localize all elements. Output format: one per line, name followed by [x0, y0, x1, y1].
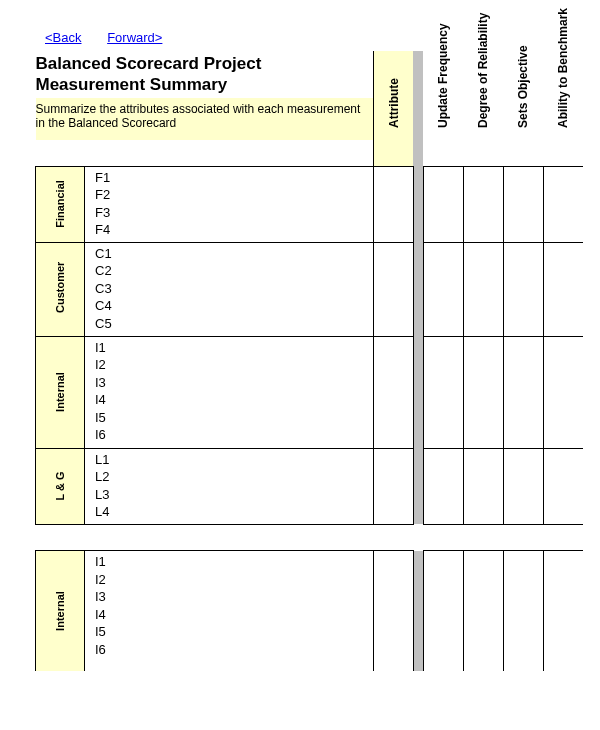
list-item: F1 [95, 169, 373, 187]
list-item: I4 [95, 391, 373, 409]
perspective-internal: Internal [36, 336, 85, 448]
column-separator [413, 51, 423, 166]
perspective-financial: Financial [36, 166, 85, 242]
cell [423, 166, 463, 242]
list-item: C3 [95, 280, 373, 298]
list-item: L2 [95, 468, 373, 486]
cell [463, 551, 503, 671]
scorecard-table: Balanced Scorecard Project Measurement S… [35, 51, 583, 550]
list-item: C1 [95, 245, 373, 263]
list-item: I6 [95, 641, 373, 659]
back-link[interactable]: <Back [45, 30, 82, 45]
perspective-lg: L & G [36, 448, 85, 524]
cell [503, 448, 543, 524]
column-separator [413, 336, 423, 448]
list-item: C2 [95, 262, 373, 280]
col-sets-objective: Sets Objective [503, 51, 543, 166]
cell [373, 166, 413, 242]
cell [543, 448, 583, 524]
list-item: I6 [95, 426, 373, 444]
cell [423, 448, 463, 524]
cell [423, 242, 463, 336]
column-separator [413, 551, 423, 671]
cell [463, 448, 503, 524]
items-lg: L1 L2 L3 L4 [85, 448, 374, 524]
nav-links: <Back Forward> [45, 30, 595, 45]
items-internal-2: I1 I2 I3 I4 I5 I6 [85, 551, 374, 671]
list-item: F2 [95, 186, 373, 204]
list-item: L4 [95, 503, 373, 521]
cell [503, 336, 543, 448]
cell [373, 448, 413, 524]
perspective-customer: Customer [36, 242, 85, 336]
list-item: C4 [95, 297, 373, 315]
cell [543, 166, 583, 242]
cell [423, 336, 463, 448]
perspective-internal-2: Internal [36, 551, 85, 671]
list-item: I3 [95, 588, 373, 606]
items-internal: I1 I2 I3 I4 I5 I6 [85, 336, 374, 448]
cell [463, 336, 503, 448]
cell [373, 336, 413, 448]
cell [543, 242, 583, 336]
list-item: F4 [95, 221, 373, 239]
scorecard-table-secondary: Internal I1 I2 I3 I4 I5 I6 [35, 550, 583, 671]
items-customer: C1 C2 C3 C4 C5 [85, 242, 374, 336]
cell [423, 551, 463, 671]
page-subtitle: Summarize the attributes associated with… [36, 98, 373, 140]
cell [503, 166, 543, 242]
list-item: I5 [95, 623, 373, 641]
col-attribute: Attribute [373, 51, 413, 166]
cell [543, 336, 583, 448]
page-title: Balanced Scorecard Project Measurement S… [36, 51, 373, 98]
col-update-frequency: Update Frequency [423, 51, 463, 166]
list-item: C5 [95, 315, 373, 333]
col-ability-benchmark: Ability to Benchmark [543, 51, 583, 166]
list-item: I1 [95, 339, 373, 357]
list-item: I3 [95, 374, 373, 392]
cell [503, 242, 543, 336]
cell [373, 242, 413, 336]
list-item: F3 [95, 204, 373, 222]
items-financial: F1 F2 F3 F4 [85, 166, 374, 242]
list-item: I4 [95, 606, 373, 624]
cell [543, 551, 583, 671]
cell [463, 166, 503, 242]
list-item: L3 [95, 486, 373, 504]
list-item: L1 [95, 451, 373, 469]
column-separator [413, 448, 423, 524]
gap-row [36, 524, 584, 550]
column-separator [413, 242, 423, 336]
list-item: I2 [95, 571, 373, 589]
cell [503, 551, 543, 671]
list-item: I5 [95, 409, 373, 427]
col-degree-reliability: Degree of Reliability [463, 51, 503, 166]
list-item: I2 [95, 356, 373, 374]
list-item: I1 [95, 553, 373, 571]
cell [463, 242, 503, 336]
column-separator [413, 166, 423, 242]
forward-link[interactable]: Forward> [107, 30, 162, 45]
cell [373, 551, 413, 671]
